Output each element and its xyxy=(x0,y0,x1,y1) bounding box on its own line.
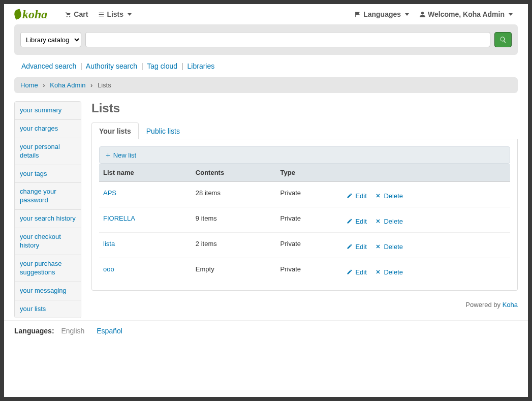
list-name-link[interactable]: APS xyxy=(103,189,116,197)
table-row: oooEmptyPrivate Edit Delete xyxy=(99,258,510,284)
languages-label: Languages: xyxy=(14,327,54,335)
breadcrumb-home[interactable]: Home xyxy=(20,81,38,89)
language-link-es[interactable]: Español xyxy=(97,327,122,335)
sidebar-item-checkout-history[interactable]: your checkout history xyxy=(15,228,81,255)
edit-button[interactable]: Edit xyxy=(347,192,367,200)
list-type: Private xyxy=(276,233,342,258)
sidebar-item-tags[interactable]: your tags xyxy=(15,165,81,183)
chevron-down-icon xyxy=(405,13,409,16)
current-language: English xyxy=(61,327,84,335)
col-actions xyxy=(342,164,510,182)
user-dropdown[interactable]: Welcome, Koha Admin xyxy=(414,7,518,21)
libraries-link[interactable]: Libraries xyxy=(187,62,215,70)
sidebar-item-lists[interactable]: your lists xyxy=(15,300,81,318)
breadcrumb: Home › Koha Admin › Lists xyxy=(14,77,518,93)
logo[interactable]: koha xyxy=(14,8,47,21)
sidebar: your summary your charges your personal … xyxy=(14,101,81,318)
cart-label: Cart xyxy=(74,10,88,18)
edit-icon xyxy=(347,269,353,275)
sidebar-item-search-history[interactable]: your search history xyxy=(15,210,81,228)
table-row: lista2 itemsPrivate Edit Delete xyxy=(99,233,510,258)
search-input[interactable] xyxy=(85,32,490,47)
logo-text: koha xyxy=(22,8,47,21)
edit-icon xyxy=(347,218,353,224)
list-icon xyxy=(98,11,105,18)
languages-dropdown[interactable]: Languages xyxy=(350,7,414,21)
edit-button[interactable]: Edit xyxy=(347,243,367,251)
lists-table: List name Contents Type APS28 itemsPriva… xyxy=(99,164,510,283)
top-navbar: koha Cart Lists Languages Welcome, Koha … xyxy=(4,4,528,24)
list-toolbar: New list xyxy=(99,146,510,164)
tab-content: New list List name Contents Type xyxy=(91,139,518,291)
delete-button[interactable]: Delete xyxy=(375,192,403,200)
chevron-down-icon xyxy=(128,13,132,16)
list-contents: 28 items xyxy=(192,182,276,207)
tab-your-lists[interactable]: Your lists xyxy=(91,122,139,139)
chevron-down-icon xyxy=(509,13,513,16)
list-name-link[interactable]: FIORELLA xyxy=(103,214,135,222)
delete-icon xyxy=(375,243,381,250)
list-type: Private xyxy=(276,182,342,207)
delete-button[interactable]: Delete xyxy=(375,243,403,251)
sidebar-item-personal-details[interactable]: your personal details xyxy=(15,138,81,165)
search-scope-select[interactable]: Library catalog xyxy=(20,32,81,47)
search-sublinks: Advanced search | Authority search | Tag… xyxy=(4,55,528,77)
delete-icon xyxy=(375,193,381,199)
authority-search-link[interactable]: Authority search xyxy=(86,62,137,70)
delete-icon xyxy=(375,269,381,275)
flag-icon xyxy=(355,11,361,18)
sidebar-item-change-password[interactable]: change your password xyxy=(15,183,81,210)
edit-icon xyxy=(347,193,353,199)
list-type: Private xyxy=(276,258,342,284)
list-type: Private xyxy=(276,207,342,233)
col-contents: Contents xyxy=(192,164,276,182)
welcome-label: Welcome, Koha Admin xyxy=(428,10,505,18)
sidebar-item-purchase-suggestions[interactable]: your purchase suggestions xyxy=(15,255,81,282)
list-name-link[interactable]: ooo xyxy=(103,265,114,273)
search-icon xyxy=(499,36,507,43)
leaf-icon xyxy=(13,9,22,20)
cart-link[interactable]: Cart xyxy=(60,7,93,21)
table-row: FIORELLA9 itemsPrivate Edit Delete xyxy=(99,207,510,233)
sidebar-item-messaging[interactable]: your messaging xyxy=(15,282,81,300)
delete-button[interactable]: Delete xyxy=(375,218,403,225)
cart-icon xyxy=(65,11,72,18)
language-footer: Languages: English Español xyxy=(4,320,528,341)
page-title: Lists xyxy=(91,101,518,115)
table-row: APS28 itemsPrivate Edit Delete xyxy=(99,182,510,207)
tag-cloud-link[interactable]: Tag cloud xyxy=(147,62,177,70)
list-contents: 2 items xyxy=(192,233,276,258)
new-list-label: New list xyxy=(113,151,137,159)
list-name-link[interactable]: lista xyxy=(103,240,115,248)
tabs: Your lists Public lists xyxy=(91,122,518,139)
list-contents: Empty xyxy=(192,258,276,284)
delete-icon xyxy=(375,218,381,224)
list-contents: 9 items xyxy=(192,207,276,233)
edit-button[interactable]: Edit xyxy=(347,218,367,225)
advanced-search-link[interactable]: Advanced search xyxy=(21,62,76,70)
lists-dropdown[interactable]: Lists xyxy=(93,7,137,21)
new-list-button[interactable]: New list xyxy=(105,151,136,159)
breadcrumb-user[interactable]: Koha Admin xyxy=(50,81,85,89)
delete-button[interactable]: Delete xyxy=(375,268,403,276)
col-list-name: List name xyxy=(99,164,192,182)
koha-link[interactable]: Koha xyxy=(503,301,518,309)
search-bar: Library catalog xyxy=(14,24,518,55)
sidebar-item-charges[interactable]: your charges xyxy=(15,120,81,138)
edit-icon xyxy=(347,243,353,250)
tab-public-lists[interactable]: Public lists xyxy=(139,122,187,139)
col-type: Type xyxy=(276,164,342,182)
powered-label: Powered by xyxy=(465,301,502,309)
powered-by: Powered by Koha xyxy=(91,291,518,315)
user-icon xyxy=(419,11,426,18)
search-button[interactable] xyxy=(494,32,512,47)
breadcrumb-current: Lists xyxy=(98,81,111,89)
lists-label: Lists xyxy=(107,10,123,18)
plus-icon xyxy=(105,152,111,159)
languages-label: Languages xyxy=(363,10,401,18)
sidebar-item-summary[interactable]: your summary xyxy=(15,102,81,120)
edit-button[interactable]: Edit xyxy=(347,268,367,276)
